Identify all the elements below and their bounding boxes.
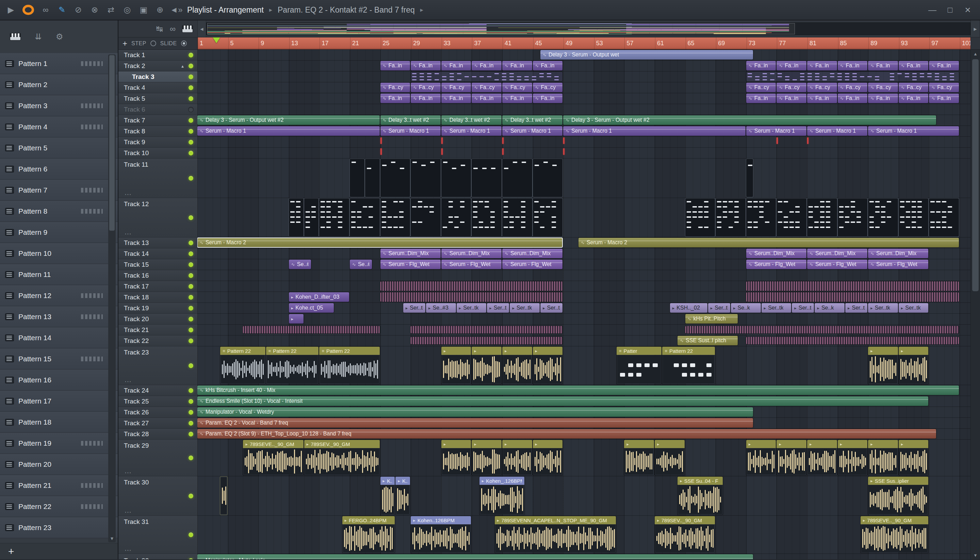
- mute-led[interactable]: [188, 75, 193, 79]
- clip[interactable]: [746, 72, 959, 81]
- clip[interactable]: ∿Fa..cy: [380, 83, 410, 92]
- track-lane[interactable]: [197, 72, 970, 82]
- clip[interactable]: ∿Serum - Macro 1: [868, 126, 959, 136]
- track-header[interactable]: Track 8: [118, 126, 197, 137]
- track-name[interactable]: Track 22: [118, 337, 149, 345]
- track-name[interactable]: Track 24: [118, 387, 149, 394]
- track-lane[interactable]: ∿Delay 3 - Serum - Output wet: [197, 50, 970, 60]
- track-lane[interactable]: ∿Serum - Macro 1∿Serum - Macro 1∿Serum -…: [197, 126, 970, 137]
- clip[interactable]: [746, 292, 959, 302]
- scroll-down-icon[interactable]: ▾: [108, 535, 116, 542]
- clip[interactable]: ▸789SEVE.._90_GM: [243, 440, 303, 475]
- track-header[interactable]: Track 23⋯: [118, 346, 197, 385]
- track-name[interactable]: Track 32: [118, 557, 149, 560]
- clip[interactable]: ∿Param. EQ 2 - Vocal - Band 7 freq: [197, 418, 753, 428]
- scrollbar-thumb[interactable]: [972, 59, 978, 291]
- midi-clip[interactable]: [899, 198, 928, 237]
- clip[interactable]: ▸Kohen_.126BPM: [480, 477, 524, 515]
- clip[interactable]: ▸Se..k: [731, 303, 761, 313]
- midi-clip[interactable]: [777, 198, 807, 237]
- mute-led[interactable]: [188, 284, 193, 289]
- scrollbar-thumb[interactable]: [109, 55, 115, 231]
- track-name[interactable]: Track 16: [118, 272, 149, 279]
- mute-led[interactable]: [188, 53, 193, 57]
- clip[interactable]: ▸KSH.._02: [670, 303, 707, 313]
- clip[interactable]: ∿Fa..in: [472, 61, 502, 70]
- target-icon[interactable]: ◎: [120, 2, 135, 17]
- clip[interactable]: [243, 326, 379, 333]
- clip[interactable]: ▸: [472, 440, 502, 475]
- clip[interactable]: ∿kHs Bitcrush - Insert 40 - Mix: [197, 385, 959, 395]
- clip[interactable]: [746, 282, 959, 291]
- clip[interactable]: ∿Fa..in: [380, 61, 410, 70]
- track-lane[interactable]: ≡Pattern 22≡Pattern 22≡Pattern 22▸▸▸▸≡Pa…: [197, 346, 970, 385]
- clip[interactable]: ∿Fa..in: [746, 61, 776, 70]
- clip[interactable]: ∿Serum..Dim_Mix: [868, 249, 928, 258]
- clip[interactable]: ▸: [624, 440, 654, 475]
- track-header[interactable]: Track 13: [118, 237, 197, 248]
- clip[interactable]: ∿Fa..in: [899, 93, 928, 103]
- scroll-down-icon[interactable]: ▾: [971, 551, 980, 559]
- midi-clip[interactable]: [472, 198, 502, 237]
- pattern-item[interactable]: Pattern 10: [0, 243, 118, 264]
- pattern-item[interactable]: Pattern 11: [0, 264, 118, 285]
- clip[interactable]: ∿Fa..in: [411, 61, 441, 70]
- track-header[interactable]: Track 2▴: [118, 60, 197, 72]
- clip[interactable]: ∿Fa..cy: [838, 83, 868, 92]
- pattern-item[interactable]: Pattern 2: [0, 74, 118, 95]
- clip[interactable]: ≡Pattern 22: [319, 347, 379, 384]
- clip[interactable]: ∿Endless Smile (Slot 10) - Vocal - Inten…: [197, 397, 928, 406]
- track-name[interactable]: Track 11: [118, 161, 148, 168]
- track-lane[interactable]: ▸Kohe.ct_05▸Ser..tk▸Se..#3▸Ser..tk▸Ser..…: [197, 303, 970, 314]
- pattern-item[interactable]: Pattern 15: [0, 348, 118, 370]
- mute-speaker-icon[interactable]: ⊗: [87, 2, 102, 17]
- piano-keys-icon[interactable]: [182, 25, 193, 32]
- clip[interactable]: ∿Serum - Flg_Wet: [868, 260, 928, 269]
- midi-clip[interactable]: [685, 198, 715, 237]
- clip[interactable]: ▸: [899, 440, 928, 475]
- clip[interactable]: ▸K..PM: [395, 477, 410, 515]
- mute-led[interactable]: [188, 558, 193, 560]
- track-header[interactable]: Track 20: [118, 314, 197, 325]
- clip[interactable]: ▸: [533, 440, 563, 475]
- track-lane[interactable]: ∿Fa..in∿Fa..in∿Fa..in∿Fa..in∿Fa..in∿Fa..…: [197, 93, 970, 104]
- clip[interactable]: ∿Fa..cy: [441, 83, 471, 92]
- pattern-item[interactable]: Pattern 6: [0, 158, 118, 180]
- clip[interactable]: ∿Fa..in: [838, 61, 868, 70]
- track-name[interactable]: Track 18: [118, 293, 149, 301]
- clip[interactable]: [746, 337, 959, 344]
- clip[interactable]: ▸: [868, 440, 898, 475]
- track-header[interactable]: Track 6: [118, 104, 197, 115]
- track-lane[interactable]: ▸FERGO..24BPM▸Kohen..126BPM▸789SEVENN_AC…: [197, 516, 970, 554]
- fullscreen-icon[interactable]: ▣: [136, 2, 151, 17]
- track-size-grip[interactable]: ⋯: [125, 230, 132, 237]
- clip[interactable]: ▸Ser..tk: [868, 303, 898, 313]
- pattern-item[interactable]: Pattern 22: [0, 496, 118, 517]
- clip[interactable]: ∿Fa..in: [502, 61, 532, 70]
- track-header[interactable]: Track 1: [118, 50, 197, 60]
- pattern-item[interactable]: Pattern 3: [0, 95, 118, 117]
- pattern-item[interactable]: Pattern 19: [0, 433, 118, 454]
- clip[interactable]: ▸: [533, 347, 563, 384]
- clip[interactable]: ∿Serum..Dim_Mix: [746, 249, 807, 258]
- mute-led[interactable]: [188, 363, 193, 368]
- track-name[interactable]: Track 4: [118, 84, 145, 92]
- clip[interactable]: ▸SSE Su..04 - F: [677, 477, 722, 515]
- clip[interactable]: ∿Fa..cy: [746, 83, 776, 92]
- track-name[interactable]: Track 3: [118, 73, 155, 81]
- mute-led[interactable]: [188, 410, 193, 415]
- track-name[interactable]: Track 20: [118, 315, 149, 323]
- playlist-navigator[interactable]: [206, 22, 970, 35]
- midi-clip[interactable]: [365, 159, 380, 197]
- pattern-item[interactable]: Pattern 7: [0, 180, 118, 201]
- track-name[interactable]: Track 26: [118, 408, 149, 416]
- clip[interactable]: ▸: [838, 440, 868, 475]
- track-header[interactable]: Track 25: [118, 396, 197, 407]
- track-name[interactable]: Track 21: [118, 326, 149, 334]
- clip[interactable]: ∿Serum..Dim_Mix: [380, 249, 441, 258]
- clip[interactable]: [380, 282, 563, 291]
- track-lane[interactable]: ▸K..PM▸K..PM▸Kohen_.126BPM▸SSE Su..04 - …: [197, 476, 970, 516]
- mute-led[interactable]: [188, 140, 193, 145]
- scroll-up-icon[interactable]: ▴: [971, 50, 980, 58]
- clip[interactable]: ∿Fa..cy: [533, 83, 563, 92]
